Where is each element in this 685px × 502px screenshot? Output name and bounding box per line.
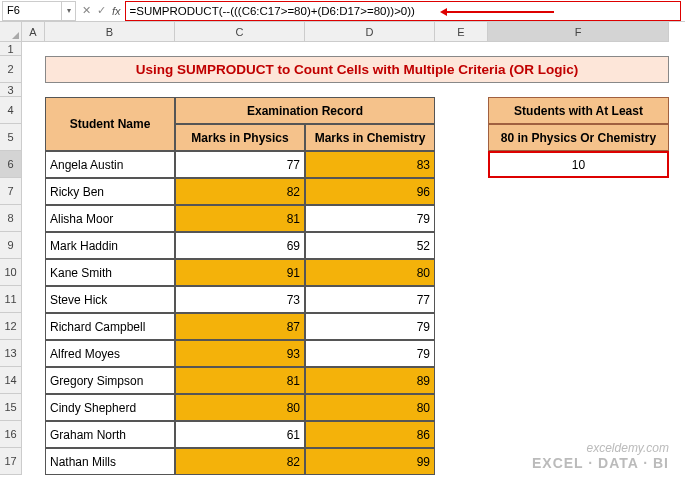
col-header-A[interactable]: A xyxy=(22,22,45,42)
cell-physics-2[interactable]: 81 xyxy=(175,205,305,232)
row-header-16[interactable]: 16 xyxy=(0,421,22,448)
header-chemistry: Marks in Chemistry xyxy=(305,124,435,151)
row-header-15[interactable]: 15 xyxy=(0,394,22,421)
enter-icon: ✓ xyxy=(97,4,106,17)
row-header-4[interactable]: 4 xyxy=(0,97,22,124)
cell-chemistry-8[interactable]: 89 xyxy=(305,367,435,394)
row-header-10[interactable]: 10 xyxy=(0,259,22,286)
cell-name-11[interactable]: Nathan Mills xyxy=(45,448,175,475)
cell-chemistry-9[interactable]: 80 xyxy=(305,394,435,421)
cell-chemistry-1[interactable]: 96 xyxy=(305,178,435,205)
col-header-D[interactable]: D xyxy=(305,22,435,42)
cell-name-8[interactable]: Gregory Simpson xyxy=(45,367,175,394)
cell-physics-9[interactable]: 80 xyxy=(175,394,305,421)
cell-chemistry-7[interactable]: 79 xyxy=(305,340,435,367)
cell-name-1[interactable]: Ricky Ben xyxy=(45,178,175,205)
col-header-F[interactable]: F xyxy=(488,22,669,42)
header-student: Student Name xyxy=(45,97,175,151)
cell-physics-5[interactable]: 73 xyxy=(175,286,305,313)
row-header-11[interactable]: 11 xyxy=(0,286,22,313)
cell-name-4[interactable]: Kane Smith xyxy=(45,259,175,286)
cell-name-5[interactable]: Steve Hick xyxy=(45,286,175,313)
cell-physics-3[interactable]: 69 xyxy=(175,232,305,259)
row-header-14[interactable]: 14 xyxy=(0,367,22,394)
cell-chemistry-10[interactable]: 86 xyxy=(305,421,435,448)
result-header-2: 80 in Physics Or Chemistry xyxy=(488,124,669,151)
cell-physics-11[interactable]: 82 xyxy=(175,448,305,475)
cell-physics-8[interactable]: 81 xyxy=(175,367,305,394)
cell-physics-7[interactable]: 93 xyxy=(175,340,305,367)
cell-name-6[interactable]: Richard Campbell xyxy=(45,313,175,340)
cell-chemistry-4[interactable]: 80 xyxy=(305,259,435,286)
cell-physics-10[interactable]: 61 xyxy=(175,421,305,448)
col-header-C[interactable]: C xyxy=(175,22,305,42)
cell-chemistry-0[interactable]: 83 xyxy=(305,151,435,178)
row-header-9[interactable]: 9 xyxy=(0,232,22,259)
result-cell[interactable]: 10 xyxy=(488,151,669,178)
col-header-E[interactable]: E xyxy=(435,22,488,42)
col-header-B[interactable]: B xyxy=(45,22,175,42)
cell-physics-1[interactable]: 82 xyxy=(175,178,305,205)
cancel-icon: ✕ xyxy=(82,4,91,17)
header-physics: Marks in Physics xyxy=(175,124,305,151)
cell-name-7[interactable]: Alfred Moyes xyxy=(45,340,175,367)
cell-physics-0[interactable]: 77 xyxy=(175,151,305,178)
row-header-3[interactable]: 3 xyxy=(0,83,22,97)
row-header-2[interactable]: 2 xyxy=(0,56,22,83)
name-box[interactable]: F6 xyxy=(2,1,62,21)
result-header-1: Students with At Least xyxy=(488,97,669,124)
cell-chemistry-6[interactable]: 79 xyxy=(305,313,435,340)
select-all-cells[interactable] xyxy=(0,22,22,42)
cell-chemistry-5[interactable]: 77 xyxy=(305,286,435,313)
cell-chemistry-11[interactable]: 99 xyxy=(305,448,435,475)
page-title: Using SUMPRODUCT to Count Cells with Mul… xyxy=(45,56,669,83)
row-header-17[interactable]: 17 xyxy=(0,448,22,475)
row-header-1[interactable]: 1 xyxy=(0,42,22,56)
cell-name-9[interactable]: Cindy Shepherd xyxy=(45,394,175,421)
fx-icon[interactable]: fx xyxy=(112,5,121,17)
row-header-6[interactable]: 6 xyxy=(0,151,22,178)
watermark: exceldemy.com EXCEL · DATA · BI xyxy=(532,441,669,472)
row-header-12[interactable]: 12 xyxy=(0,313,22,340)
callout-arrow xyxy=(446,11,554,13)
cell-name-0[interactable]: Angela Austin xyxy=(45,151,175,178)
row-header-13[interactable]: 13 xyxy=(0,340,22,367)
cell-chemistry-2[interactable]: 79 xyxy=(305,205,435,232)
header-exam: Examination Record xyxy=(175,97,435,124)
cell-physics-6[interactable]: 87 xyxy=(175,313,305,340)
row-header-8[interactable]: 8 xyxy=(0,205,22,232)
cell-physics-4[interactable]: 91 xyxy=(175,259,305,286)
row-header-5[interactable]: 5 xyxy=(0,124,22,151)
cell-name-2[interactable]: Alisha Moor xyxy=(45,205,175,232)
formula-bar[interactable] xyxy=(125,1,681,21)
cell-chemistry-3[interactable]: 52 xyxy=(305,232,435,259)
cell-name-10[interactable]: Graham North xyxy=(45,421,175,448)
name-box-dropdown[interactable]: ▾ xyxy=(62,1,76,21)
row-header-7[interactable]: 7 xyxy=(0,178,22,205)
cell-name-3[interactable]: Mark Haddin xyxy=(45,232,175,259)
